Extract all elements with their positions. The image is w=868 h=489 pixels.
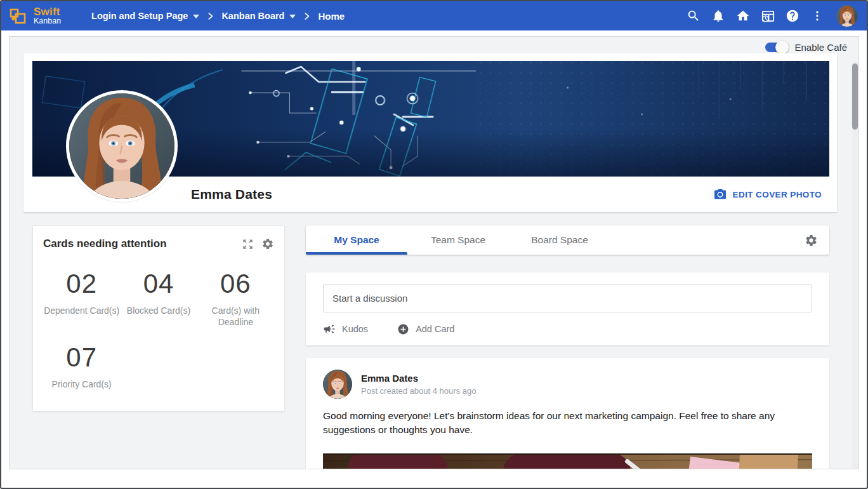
space-tabs: My Space Team Space Board Space bbox=[306, 225, 829, 255]
active-tab-underline bbox=[306, 252, 407, 255]
post-timestamp: Post created about 4 hours ago bbox=[361, 386, 476, 396]
kudos-megaphone-icon bbox=[323, 323, 336, 335]
stat-value: 02 bbox=[43, 271, 120, 297]
stat-label: Priority Card(s) bbox=[43, 379, 120, 391]
breadcrumb-item-login-setup[interactable]: Login and Setup Page bbox=[91, 11, 199, 21]
main-content-panel: Enable Café bbox=[9, 36, 859, 469]
desk-photo-art bbox=[323, 455, 812, 469]
breadcrumb: Login and Setup Page Kanban Board Home bbox=[91, 11, 345, 22]
scrollbar-thumb[interactable] bbox=[852, 64, 858, 130]
kudos-button[interactable]: Kudos bbox=[323, 323, 368, 335]
stat-cards-with-deadline[interactable]: 06 Card(s) with Deadline bbox=[197, 271, 274, 328]
user-avatar[interactable] bbox=[836, 5, 858, 27]
expand-widget-icon[interactable] bbox=[242, 238, 254, 250]
app-window: Swift Kanban Login and Setup Page Kanban… bbox=[0, 0, 868, 489]
tab-label: My Space bbox=[334, 234, 379, 246]
post-body-text: Good morning everyone! Let's brainstorm … bbox=[323, 409, 812, 437]
cards-needing-attention-widget: Cards needing attention 02 Dependent Car… bbox=[32, 225, 285, 412]
stat-label: Blocked Card(s) bbox=[120, 305, 197, 317]
stat-dependent-cards[interactable]: 02 Dependent Card(s) bbox=[43, 271, 120, 328]
home-icon[interactable] bbox=[733, 6, 753, 25]
breadcrumb-label: Login and Setup Page bbox=[91, 11, 188, 21]
add-circle-icon bbox=[397, 323, 409, 335]
stat-value: 04 bbox=[120, 271, 197, 297]
profile-card: Emma Dates EDIT COVER PHOTO bbox=[23, 53, 837, 212]
chevron-down-icon[interactable] bbox=[193, 15, 199, 18]
add-card-button[interactable]: Add Card bbox=[397, 323, 454, 335]
profile-avatar[interactable] bbox=[66, 90, 178, 202]
vertical-scrollbar[interactable] bbox=[852, 62, 858, 469]
swiftkanban-logo[interactable]: Swift Kanban bbox=[9, 6, 61, 26]
tab-team-space[interactable]: Team Space bbox=[407, 225, 509, 255]
post-author-name[interactable]: Emma Dates bbox=[361, 373, 476, 384]
tab-label: Team Space bbox=[431, 234, 485, 246]
search-icon[interactable] bbox=[684, 6, 703, 25]
feed-settings-gear-icon[interactable] bbox=[805, 234, 818, 247]
stat-priority-cards[interactable]: 07 Priority Card(s) bbox=[43, 344, 120, 391]
top-navigation-bar: Swift Kanban Login and Setup Page Kanban… bbox=[1, 1, 867, 30]
breadcrumb-label: Home bbox=[318, 11, 345, 22]
swiftkanban-logo-icon bbox=[9, 6, 29, 26]
stat-value: 07 bbox=[43, 344, 120, 371]
widget-title: Cards needing attention bbox=[43, 238, 167, 250]
tab-board-space[interactable]: Board Space bbox=[509, 225, 610, 255]
breadcrumb-separator-icon bbox=[302, 11, 312, 21]
profile-name: Emma Dates bbox=[191, 187, 272, 202]
notifications-bell-icon[interactable] bbox=[709, 6, 728, 25]
start-discussion-input[interactable] bbox=[323, 284, 812, 312]
help-icon[interactable] bbox=[783, 6, 802, 25]
breadcrumb-item-home[interactable]: Home bbox=[318, 11, 345, 22]
stat-value: 06 bbox=[197, 271, 274, 297]
kudos-label: Kudos bbox=[342, 324, 368, 334]
tab-my-space[interactable]: My Space bbox=[306, 225, 407, 255]
stat-label: Card(s) with Deadline bbox=[197, 305, 274, 328]
discussion-composer-card: Kudos Add Card bbox=[306, 272, 829, 345]
recent-boards-icon[interactable] bbox=[758, 6, 777, 25]
breadcrumb-separator-icon bbox=[206, 11, 215, 21]
toggle-knob[interactable] bbox=[775, 41, 789, 54]
stat-blocked-cards[interactable]: 04 Blocked Card(s) bbox=[120, 271, 197, 328]
enable-cafe-label: Enable Café bbox=[794, 42, 847, 53]
feed-column: My Space Team Space Board Space bbox=[306, 225, 829, 469]
cafe-toggle-row: Enable Café bbox=[10, 37, 858, 53]
chevron-down-icon[interactable] bbox=[289, 15, 296, 18]
enable-cafe-toggle[interactable] bbox=[765, 43, 787, 52]
widget-settings-gear-icon[interactable] bbox=[261, 238, 274, 250]
edit-cover-photo-label: EDIT COVER PHOTO bbox=[733, 190, 822, 199]
tab-label: Board Space bbox=[531, 234, 588, 246]
post-author-avatar[interactable] bbox=[323, 370, 352, 399]
add-card-label: Add Card bbox=[416, 324, 454, 334]
logo-text-kanban: Kanban bbox=[34, 17, 61, 25]
logo-text-swift: Swift bbox=[34, 6, 61, 18]
post-attachment-photo[interactable] bbox=[323, 453, 812, 469]
stat-label: Dependent Card(s) bbox=[43, 305, 120, 317]
more-vertical-icon[interactable] bbox=[808, 6, 827, 25]
edit-cover-photo-button[interactable]: EDIT COVER PHOTO bbox=[714, 189, 822, 200]
breadcrumb-item-kanban-board[interactable]: Kanban Board bbox=[221, 11, 296, 21]
feed-post: Emma Dates Post created about 4 hours ag… bbox=[306, 358, 829, 469]
camera-icon bbox=[714, 189, 727, 200]
breadcrumb-label: Kanban Board bbox=[221, 11, 284, 21]
